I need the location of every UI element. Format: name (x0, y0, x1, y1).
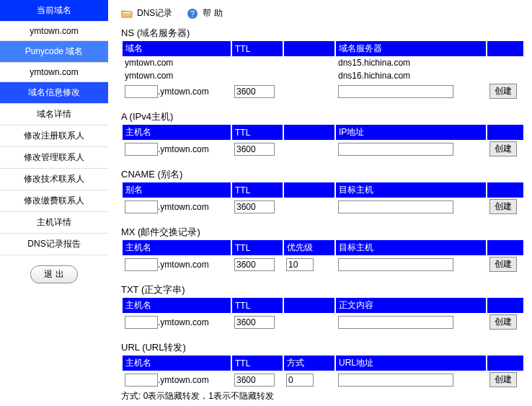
ns-title: NS (域名服务器) (121, 27, 525, 40)
section-url: URL (URL转发) 主机名 TTL 方式 URL地址 .ymtown.com… (121, 341, 525, 402)
mx-col-target: 目标主机 (336, 240, 486, 255)
url-address-input[interactable] (338, 374, 453, 387)
topbar: DNS记录 ? 帮 助 (121, 6, 525, 27)
help-icon: ? (187, 8, 198, 19)
a-col-host: 主机名 (123, 125, 231, 140)
ns-col-blank (284, 41, 334, 56)
logout-button[interactable]: 退 出 (30, 265, 77, 283)
txt-title: TXT (正文字串) (121, 283, 525, 296)
nav-punycode-header: Punycode 域名 (0, 41, 108, 63)
mx-col-ttl: TTL (232, 240, 283, 255)
nav-punycode-value[interactable]: ymtown.com (0, 63, 108, 82)
url-col-host: 主机名 (123, 356, 231, 371)
url-col-action (487, 356, 523, 371)
nav-domain-details[interactable]: 域名详情 (0, 104, 108, 125)
mx-table: 主机名 TTL 优先级 目标主机 .ymtown.com 创建 (121, 240, 525, 273)
topbar-dns-label: DNS记录 (137, 7, 172, 19)
url-mode-input[interactable] (286, 374, 314, 387)
nav-host-details[interactable]: 主机详情 (0, 212, 108, 234)
a-col-blank (284, 125, 334, 140)
url-col-address: URL地址 (336, 356, 486, 371)
url-footnote: 方式: 0表示隐藏转发，1表示不隐藏转发 (121, 389, 525, 402)
a-create-button[interactable]: 创建 (489, 141, 517, 156)
url-table: 主机名 TTL 方式 URL地址 .ymtown.com 创建 (121, 356, 525, 389)
topbar-help-label: 帮 助 (203, 7, 222, 19)
nav-domain-edit-header: 域名信息修改 (0, 82, 108, 104)
a-title: A (IPv4主机) (121, 110, 525, 123)
table-row: ymtown.com dns16.hichina.com (123, 69, 523, 82)
ns-row-domain: ymtown.com (123, 56, 231, 69)
mx-col-action (487, 240, 523, 255)
ns-server-input[interactable] (338, 85, 453, 98)
domain-suffix: .ymtown.com (158, 202, 209, 212)
ns-subdomain-input[interactable] (125, 85, 158, 98)
a-table: 主机名 TTL IP地址 .ymtown.com 创建 (121, 125, 525, 158)
cname-col-alias: 别名 (123, 182, 231, 198)
txt-col-blank (284, 298, 334, 313)
cname-col-ttl: TTL (232, 182, 283, 198)
topbar-dns-records[interactable]: DNS记录 (121, 7, 172, 19)
txt-content-input[interactable] (338, 316, 453, 329)
url-host-input[interactable] (125, 374, 158, 387)
section-cname: CNAME (别名) 别名 TTL 目标主机 .ymtown.com 创建 (121, 168, 525, 216)
txt-create-button[interactable]: 创建 (489, 314, 517, 330)
mx-title: MX (邮件交换记录) (121, 226, 525, 239)
url-ttl-input[interactable] (234, 374, 275, 387)
domain-suffix: .ymtown.com (158, 144, 209, 154)
domain-suffix: .ymtown.com (158, 375, 209, 385)
ns-ttl-input[interactable] (234, 85, 275, 98)
nav-domain-value[interactable]: ymtown.com (0, 22, 108, 41)
ns-create-button[interactable]: 创建 (489, 84, 517, 99)
ns-row-server: dns15.hichina.com (336, 56, 486, 69)
cname-col-blank (284, 182, 334, 198)
section-txt: TXT (正文字串) 主机名 TTL 正文内容 .ymtown.com 创建 (121, 283, 525, 331)
mx-ttl-input[interactable] (234, 258, 275, 271)
section-a: A (IPv4主机) 主机名 TTL IP地址 .ymtown.com 创建 (121, 110, 525, 158)
cname-target-input[interactable] (338, 200, 453, 213)
section-mx: MX (邮件交换记录) 主机名 TTL 优先级 目标主机 .ymtown.com… (121, 226, 525, 273)
nav-edit-tech[interactable]: 修改技术联系人 (0, 169, 108, 190)
a-host-input[interactable] (125, 143, 158, 156)
mx-target-input[interactable] (338, 258, 453, 271)
ns-row-server: dns16.hichina.com (336, 69, 486, 82)
cname-alias-input[interactable] (125, 200, 158, 213)
cname-input-row: .ymtown.com 创建 (123, 198, 523, 216)
a-ip-input[interactable] (338, 143, 453, 156)
sidebar: 当前域名 ymtown.com Punycode 域名 ymtown.com 域… (0, 0, 108, 406)
topbar-help[interactable]: ? 帮 助 (187, 7, 222, 19)
nav-edit-billing[interactable]: 修改缴费联系人 (0, 190, 108, 212)
cname-ttl-input[interactable] (234, 200, 275, 213)
nav-current-domain: 当前域名 (0, 0, 108, 22)
url-col-mode: 方式 (284, 356, 334, 371)
txt-col-action (487, 298, 523, 313)
nav-dns-report[interactable]: DNS记录报告 (0, 234, 108, 255)
ns-input-row: .ymtown.com 创建 (123, 82, 523, 100)
cname-col-action (487, 182, 523, 198)
url-create-button[interactable]: 创建 (489, 372, 517, 387)
a-ttl-input[interactable] (234, 143, 275, 156)
a-input-row: .ymtown.com 创建 (123, 140, 523, 158)
nav-edit-admin[interactable]: 修改管理联系人 (0, 147, 108, 169)
nav-edit-registrant[interactable]: 修改注册联系人 (0, 125, 108, 147)
ns-row-domain: ymtown.com (123, 69, 231, 82)
svg-text:?: ? (190, 9, 195, 18)
txt-col-ttl: TTL (232, 298, 283, 313)
section-ns: NS (域名服务器) 域名 TTL 域名服务器 ymtown.com dns15… (121, 27, 525, 100)
table-row: ymtown.com dns15.hichina.com (123, 56, 523, 69)
mx-create-button[interactable]: 创建 (489, 257, 517, 272)
mx-host-input[interactable] (125, 258, 158, 271)
a-col-action (487, 125, 523, 140)
mx-priority-input[interactable] (286, 258, 314, 271)
mx-col-priority: 优先级 (284, 240, 334, 255)
cname-create-button[interactable]: 创建 (489, 199, 517, 214)
folder-icon (121, 8, 133, 19)
txt-table: 主机名 TTL 正文内容 .ymtown.com 创建 (121, 298, 525, 331)
txt-host-input[interactable] (125, 316, 158, 329)
txt-ttl-input[interactable] (234, 316, 275, 329)
ns-col-ttl: TTL (232, 41, 283, 56)
url-title: URL (URL转发) (121, 341, 525, 354)
ns-col-action (487, 41, 523, 56)
ns-col-server: 域名服务器 (336, 41, 486, 56)
ns-col-domain: 域名 (123, 41, 231, 56)
domain-suffix: .ymtown.com (158, 260, 209, 270)
